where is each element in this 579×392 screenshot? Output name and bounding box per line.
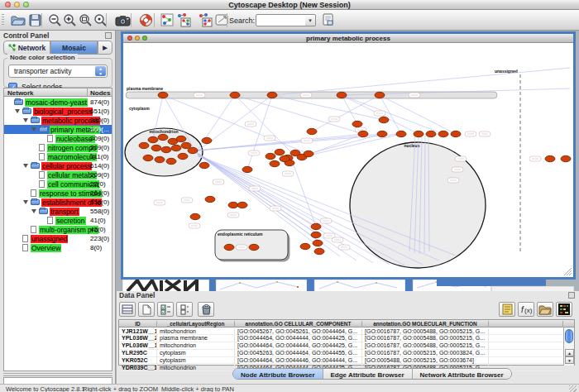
graph-node[interactable]	[151, 145, 161, 151]
unselect-attributes-icon[interactable]	[176, 302, 193, 317]
tree-row-metabolic-process[interactable]: metabolic process280(0)	[4, 116, 112, 125]
graph-node[interactable]	[176, 136, 186, 141]
tree-row-response-to-stimulu[interactable]: response to stimulu264(0)	[4, 189, 112, 198]
table-row[interactable]: YLR295Ccytoplasm[GO:0045263, GO:0044464,…	[119, 350, 562, 357]
column-header[interactable]: annotation.GO MOLECULAR_FUNCTION	[362, 321, 489, 327]
tab-node-attribute-browser[interactable]: Node Attribute Browser	[233, 369, 323, 380]
open-file-icon[interactable]	[10, 12, 26, 28]
tree-row-nitrogen-compo[interactable]: nitrogen compo209(0)	[4, 143, 112, 152]
tree-header[interactable]: Network Nodes	[3, 88, 112, 97]
graph-node[interactable]	[148, 136, 158, 142]
tree-row-cellular-metabo[interactable]: cellular metabo209(0)	[4, 170, 112, 179]
graph-node[interactable]	[414, 131, 423, 136]
panel-splitter[interactable]	[3, 373, 112, 376]
matrix-view-icon[interactable]	[556, 302, 572, 317]
tab-network[interactable]: Network	[3, 41, 50, 55]
table-row[interactable]: YKR052Ccytoplasm[GO:0044464, GO:0044446,…	[119, 357, 562, 365]
scrollbar-thumb[interactable]	[565, 329, 573, 343]
tree-row-transport[interactable]: transport558(0)	[4, 207, 112, 216]
graph-node[interactable]	[314, 248, 324, 254]
graph-node[interactable]	[230, 92, 240, 98]
graph-node[interactable]	[139, 142, 149, 148]
graph-node[interactable]	[242, 166, 252, 172]
column-header[interactable]	[489, 321, 563, 327]
tree-row-primary-metabo[interactable]: primary metabo209(...	[4, 125, 112, 134]
graph-node[interactable]	[311, 223, 321, 229]
tab-overflow-arrow[interactable]: ▶	[98, 41, 112, 55]
graph-node[interactable]	[426, 131, 436, 136]
tab-edge-attribute-browser[interactable]: Edge Attribute Browser	[323, 369, 413, 380]
graph-node[interactable]	[313, 240, 323, 246]
graph-node[interactable]	[166, 158, 176, 164]
graph-node[interactable]	[396, 131, 406, 136]
graph-node[interactable]	[337, 92, 347, 98]
graph-node[interactable]	[311, 232, 321, 237]
expand-arrow-icon[interactable]	[31, 127, 36, 131]
expand-arrow-icon[interactable]	[23, 118, 28, 122]
graph-node[interactable]	[270, 160, 280, 166]
tree-row-unassigned[interactable]: unassigned223(0)	[4, 234, 112, 243]
graph-node[interactable]	[190, 213, 200, 219]
column-header[interactable]: _cellularLayoutRegion	[157, 321, 235, 327]
graph-node[interactable]	[228, 202, 238, 208]
graph-node[interactable]	[275, 149, 285, 155]
attribute-notes-icon[interactable]	[499, 302, 515, 317]
tree-row-establishment-of-lo[interactable]: establishment of lo558(0)	[4, 198, 112, 207]
graph-node[interactable]	[375, 92, 385, 98]
column-header[interactable]: ID	[119, 321, 157, 327]
table-row[interactable]: YJR121W__1mitochondrion[GO:0045267, GO:0…	[119, 328, 562, 336]
table-scrollbar[interactable]: ▲ ▼	[563, 327, 574, 366]
export-network-icon[interactable]	[197, 12, 213, 28]
graph-node[interactable]	[377, 131, 387, 136]
graph-node[interactable]	[304, 151, 313, 156]
snapshot-icon[interactable]	[114, 12, 131, 28]
delete-attribute-icon[interactable]	[198, 302, 214, 317]
graph-node[interactable]	[188, 147, 198, 153]
graph-node[interactable]	[158, 134, 168, 140]
tree-row-cellular-process[interactable]: cellular process614(0)	[4, 161, 112, 170]
create-new-attribute-icon[interactable]	[138, 302, 155, 317]
graph-node[interactable]	[561, 155, 571, 161]
network-overview-icon[interactable]	[159, 12, 175, 28]
data-panel-float-icon[interactable]	[568, 292, 575, 299]
advanced-search-icon[interactable]	[319, 12, 336, 28]
graph-node[interactable]	[155, 156, 165, 162]
zoom-out-icon[interactable]	[46, 12, 63, 28]
graph-node[interactable]	[267, 92, 277, 98]
graph-node[interactable]	[171, 145, 181, 151]
tree-row-overview[interactable]: Overview8(0)	[4, 243, 112, 252]
resize-grip-icon[interactable]	[569, 385, 577, 392]
expand-arrow-icon[interactable]	[15, 109, 20, 113]
graph-node[interactable]	[199, 162, 209, 168]
graph-node[interactable]	[178, 153, 188, 159]
search-dropdown-arrow[interactable]: ▾	[305, 14, 316, 26]
tree-row-biological-process[interactable]: biological_process651(0)	[4, 107, 112, 116]
save-icon[interactable]	[26, 12, 43, 28]
tree-row-cell-communicat[interactable]: cell communicat22(0)	[4, 179, 112, 189]
vizmapper-icon[interactable]	[213, 12, 230, 28]
tree-row-mosaic-demo-yeast[interactable]: mosaic-demo-yeast874(0)	[4, 98, 112, 107]
tree-row-secretion[interactable]: secretion41(0)	[4, 216, 112, 225]
select-all-attributes-icon[interactable]	[119, 302, 136, 317]
graph-node[interactable]	[545, 155, 555, 161]
network-window[interactable]: primary metabolic process plasma membran…	[121, 31, 576, 280]
graph-node[interactable]	[249, 244, 259, 250]
table-row[interactable]: YPL036W__1mitochondrion[GO:0044464, GO:0…	[119, 342, 562, 350]
tree-row-macromolecule[interactable]: macromolecule311(0)	[4, 152, 112, 161]
graph-node[interactable]	[237, 202, 247, 208]
node-color-select[interactable]: transporter activity ▲▼	[8, 65, 108, 78]
graph-node[interactable]	[438, 131, 448, 136]
column-header[interactable]: annotation.GO CELLULAR_COMPONENT	[235, 321, 362, 327]
graph-node[interactable]	[352, 121, 362, 127]
expand-arrow-icon[interactable]	[23, 200, 28, 204]
graph-node[interactable]	[202, 137, 212, 143]
graph-node[interactable]	[161, 146, 171, 152]
network-canvas[interactable]: plasma membranecytoplasmmitochondrionnuc…	[123, 43, 573, 277]
expand-arrow-icon[interactable]	[31, 209, 36, 213]
graph-node[interactable]	[280, 155, 290, 161]
table-row[interactable]: YPL036W__2plasma membrane[GO:0044464, GO…	[119, 335, 562, 342]
graph-node[interactable]	[158, 92, 168, 98]
attribute-table-header[interactable]: ID_cellularLayoutRegionannotation.GO CEL…	[119, 320, 574, 327]
scroll-down-button[interactable]: ▼	[565, 356, 574, 364]
network-window-titlebar[interactable]: primary metabolic process	[123, 34, 573, 43]
